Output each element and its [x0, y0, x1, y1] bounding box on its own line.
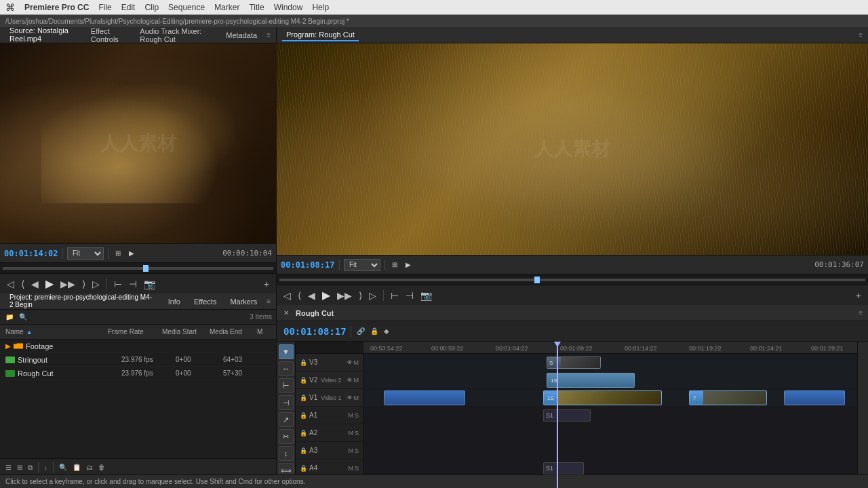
timeline-linked-btn[interactable]: 🔒	[369, 327, 380, 336]
clip-v1-1[interactable]	[384, 390, 465, 405]
source-tab-audio-mixer[interactable]: Audio Track Mixer: Rough Cut	[136, 26, 216, 45]
program-panel-menu-btn[interactable]: ≡	[859, 31, 863, 39]
timeline-markers-btn[interactable]: ◆	[382, 327, 391, 336]
program-mark-out-btn[interactable]: ▷	[368, 289, 378, 302]
menu-window[interactable]: Window	[274, 3, 303, 12]
track-lock-v3[interactable]: 🔒	[300, 359, 307, 366]
program-scrubber[interactable]	[277, 274, 868, 285]
source-mark-out-btn[interactable]: ▷	[91, 277, 101, 291]
project-row-stringout[interactable]: Stringout 23.976 fps 0+00 64+03	[0, 353, 276, 367]
project-new-bin-btn[interactable]: 📁	[4, 312, 15, 321]
source-tab-metadata[interactable]: Metadata	[222, 30, 261, 41]
source-panel-menu-btn[interactable]: ≡	[267, 31, 271, 39]
source-next-frame-btn[interactable]: ▶▶	[59, 277, 77, 291]
tool-ripple-edit[interactable]: ⊢	[279, 378, 294, 393]
project-grid-view-btn[interactable]: ⊞	[16, 463, 24, 472]
tool-rate-stretch[interactable]: ↗	[279, 412, 294, 427]
program-tab-active[interactable]: Program: Rough Cut	[282, 29, 359, 41]
program-add-btn[interactable]: +	[854, 289, 863, 302]
menu-marker[interactable]: Marker	[214, 3, 239, 12]
menu-help[interactable]: Help	[312, 3, 329, 12]
clip-v1-3[interactable]: 7	[689, 390, 767, 405]
project-panel-menu-btn[interactable]: ≡	[267, 298, 271, 305]
timeline-ruler[interactable]: 00:53:54:22 00:00:59:22 00:01:04:22 00:0…	[363, 342, 857, 354]
program-output-btn[interactable]: ▶	[403, 260, 414, 270]
program-scrubber-track[interactable]	[279, 279, 865, 281]
program-scrubber-head[interactable]	[534, 277, 540, 283]
project-new-item-btn[interactable]: 📋	[71, 463, 82, 472]
menu-edit[interactable]: Edit	[121, 3, 136, 12]
project-delete-btn[interactable]: 🗑	[97, 463, 106, 472]
tool-razor[interactable]: ✂	[279, 429, 294, 444]
source-scrubber[interactable]	[0, 262, 276, 273]
timeline-close-btn[interactable]: ✕	[282, 308, 290, 317]
program-insert-btn[interactable]: ⊢	[389, 289, 400, 302]
tool-track-select[interactable]: ↔	[279, 361, 294, 376]
source-scrubber-head[interactable]	[143, 265, 149, 272]
project-tab-markers[interactable]: Markers	[226, 296, 261, 307]
source-overwrite-btn[interactable]: ⊣	[127, 277, 138, 291]
project-freeform-btn[interactable]: ⧉	[26, 463, 34, 472]
track-lock-a2[interactable]: 🔒	[300, 430, 307, 436]
track-row-v2[interactable]: 1S	[363, 371, 857, 389]
project-search2-btn[interactable]: 🔍	[58, 463, 68, 472]
track-v1-eye[interactable]: 👁	[347, 394, 353, 401]
clip-v1-2[interactable]: 1S	[543, 390, 662, 405]
track-a4-mute[interactable]: M	[348, 465, 353, 472]
program-fit-select[interactable]: Fit 25% 50% 100%	[344, 259, 380, 271]
source-tab-effect-controls[interactable]: Effect Controls	[87, 26, 130, 45]
tool-rolling-edit[interactable]: ⊣	[279, 395, 294, 410]
program-prev-frame-btn[interactable]: ◀	[307, 289, 317, 302]
folder-expand-icon[interactable]: ▶	[5, 342, 11, 350]
tool-select[interactable]: ▼	[279, 344, 294, 359]
timeline-snap-btn[interactable]: 🔗	[355, 327, 366, 336]
track-row-a3[interactable]	[363, 442, 857, 460]
track-a3-solo[interactable]: S	[355, 447, 359, 454]
track-a3-mute[interactable]: M	[348, 447, 353, 454]
program-safe-margins-btn[interactable]: ⊞	[389, 260, 400, 270]
track-row-v3[interactable]: S	[363, 354, 857, 371]
program-play-btn[interactable]: ▶	[321, 287, 332, 303]
clip-v2-1[interactable]: 1S	[547, 373, 635, 388]
track-a2-mute[interactable]: M	[348, 430, 353, 436]
project-list-view-btn[interactable]: ☰	[4, 463, 13, 472]
source-step-fwd-btn[interactable]: ⟩	[81, 277, 87, 291]
track-lock-v2[interactable]: 🔒	[300, 377, 307, 384]
tool-slip[interactable]: ↕	[279, 446, 294, 461]
track-v2-eye[interactable]: 👁	[347, 377, 353, 384]
project-search-btn[interactable]: 🔍	[18, 312, 28, 321]
track-lock-a1[interactable]: 🔒	[300, 412, 307, 419]
project-tab-effects[interactable]: Effects	[190, 296, 220, 307]
source-tab-active[interactable]: Source: Nostalgia Reel.mp4	[5, 25, 81, 45]
track-a4-solo[interactable]: S	[355, 465, 359, 472]
track-a1-mute[interactable]: M	[348, 412, 353, 419]
clip-v1-4[interactable]	[784, 390, 845, 405]
program-step-fwd-btn[interactable]: ⟩	[357, 289, 363, 302]
track-a1-solo[interactable]: S	[355, 412, 359, 419]
track-v1-mute[interactable]: M	[354, 394, 359, 401]
source-fit-select[interactable]: Fit 25% 50% 100%	[67, 247, 104, 260]
project-tab-info[interactable]: Info	[164, 296, 184, 307]
track-v3-eye[interactable]: 👁	[347, 359, 353, 366]
source-insert-btn[interactable]: ⊢	[113, 277, 123, 291]
source-scrubber-track[interactable]	[3, 267, 273, 270]
timeline-tracks-area[interactable]: 00:53:54:22 00:00:59:22 00:01:04:22 00:0…	[363, 342, 857, 488]
source-step-back-btn[interactable]: ⟨	[20, 277, 26, 291]
source-play-btn[interactable]: ▶	[44, 276, 55, 291]
track-lock-a4[interactable]: 🔒	[300, 465, 307, 472]
source-add-btn[interactable]: +	[262, 277, 271, 291]
project-new-bin2-btn[interactable]: 🗂	[85, 463, 94, 472]
menu-file[interactable]: File	[98, 3, 111, 12]
program-overwrite-btn[interactable]: ⊣	[404, 289, 415, 302]
track-v2-mute[interactable]: M	[354, 377, 359, 384]
source-safe-margins-btn[interactable]: ⊞	[113, 248, 123, 258]
track-row-v1[interactable]: 1S 7 19	[363, 389, 857, 407]
timeline-panel-menu-btn[interactable]: ≡	[859, 309, 863, 317]
track-lock-a3[interactable]: 🔒	[300, 447, 307, 454]
project-row-roughcut[interactable]: Rough Cut 23.976 fps 0+00 57+30	[0, 367, 276, 380]
program-mark-in-btn[interactable]: ◁	[282, 289, 292, 302]
track-row-a1[interactable]: S1	[363, 407, 857, 424]
source-prev-frame-btn[interactable]: ◀	[30, 277, 40, 291]
program-step-back-btn[interactable]: ⟨	[296, 289, 302, 302]
menu-title[interactable]: Title	[249, 3, 264, 12]
